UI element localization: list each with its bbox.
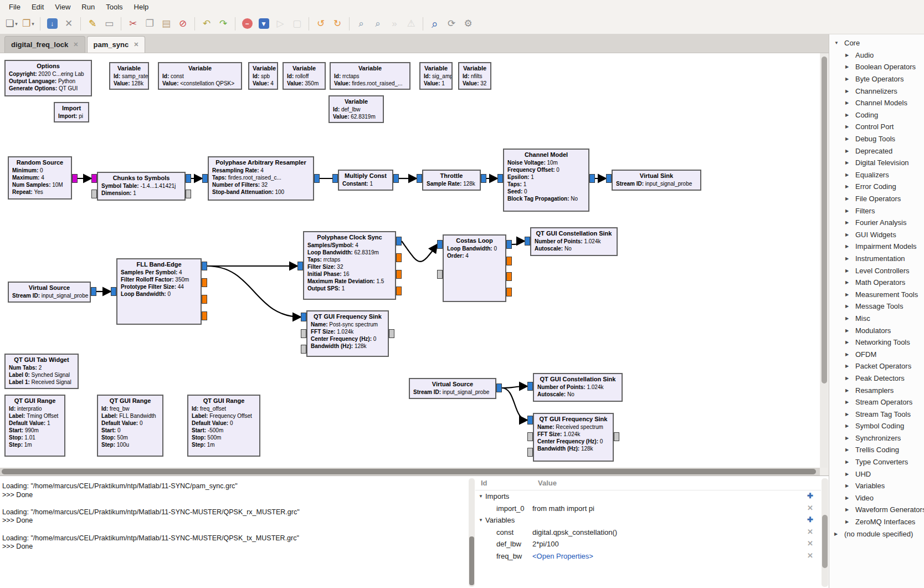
canvas-vertical-scrollbar[interactable]	[820, 53, 828, 468]
block-range_interpratio[interactable]: QT GUI RangeId: interpratioLabel: Tming …	[4, 395, 65, 457]
port-complex[interactable]	[111, 287, 116, 296]
port-complex[interactable]	[314, 174, 320, 183]
chevron-right-icon[interactable]: ▶	[845, 507, 850, 512]
undo-button[interactable]: ↶	[198, 16, 215, 32]
screen-capture-button[interactable]: ▭	[101, 16, 117, 32]
chevron-right-icon[interactable]: ▶	[845, 400, 850, 405]
tree-item-math-operators[interactable]: ▶Math Operators	[829, 277, 924, 289]
menu-edit[interactable]: Edit	[26, 2, 49, 12]
tree-item-video[interactable]: ▶Video	[829, 492, 924, 504]
skip-button[interactable]: »	[386, 16, 403, 32]
remove-icon[interactable]: ✕	[807, 528, 813, 536]
port-msg[interactable]	[91, 190, 97, 198]
wire[interactable]	[207, 266, 301, 317]
tab-pam_sync[interactable]: pam_sync✕	[87, 36, 146, 53]
chevron-right-icon[interactable]: ▶	[845, 436, 850, 441]
port-msg[interactable]	[614, 432, 619, 441]
block-throttle[interactable]: ThrottleSample Rate: 128k	[422, 170, 481, 191]
remove-icon[interactable]: ✕	[807, 504, 813, 512]
port-float[interactable]	[396, 253, 402, 262]
variable-row-def_lbw[interactable]: def_lbw2*pi/100✕	[475, 538, 821, 550]
tree-item-packet-operators[interactable]: ▶Packet Operators	[829, 360, 924, 372]
tree-item-measurement-tools[interactable]: ▶Measurement Tools	[829, 288, 924, 300]
wire[interactable]	[502, 388, 527, 420]
generate-flowgraph-button[interactable]: ▼	[255, 16, 272, 32]
rotate-ccw-button[interactable]: ↺	[312, 16, 329, 32]
chevron-right-icon[interactable]: ▶	[845, 412, 850, 417]
chevron-right-icon[interactable]: ▶	[845, 328, 850, 333]
tree-item-ofdm[interactable]: ▶OFDM	[829, 348, 924, 360]
port-complex[interactable]	[332, 174, 338, 183]
tree-item-resamplers[interactable]: ▶Resamplers	[829, 384, 924, 396]
port-msg[interactable]	[527, 448, 533, 457]
chevron-right-icon[interactable]: ▶	[845, 256, 850, 261]
cut-button[interactable]: ✂	[125, 16, 141, 32]
port-msg[interactable]	[389, 329, 394, 338]
block-multiply_const[interactable]: Multiply ConstConstant: 1	[338, 170, 393, 191]
block-channel_model[interactable]: Channel ModelNoise Voltage: 10mFrequency…	[503, 149, 589, 212]
tree-item-variables[interactable]: ▶Variables	[829, 480, 924, 492]
block-chunks_to_symbols[interactable]: Chunks to SymbolsSymbol Table: -1.4...1.…	[97, 172, 186, 201]
new-flowgraph-button[interactable]: ❏▾	[3, 16, 20, 32]
tree-item-error-coding[interactable]: ▶Error Coding	[829, 181, 924, 193]
dropdown-caret-icon[interactable]: ▾	[32, 21, 34, 27]
chevron-right-icon[interactable]: ▶	[845, 100, 850, 105]
menu-file[interactable]: File	[3, 2, 26, 12]
tree-item-uhd[interactable]: ▶UHD	[829, 468, 924, 480]
tree-item-modulators[interactable]: ▶Modulators	[829, 324, 924, 336]
port-complex[interactable]	[297, 262, 303, 270]
tree-item-deprecated[interactable]: ▶Deprecated	[829, 145, 924, 157]
port-msg[interactable]	[437, 270, 443, 279]
open-flowgraph-button[interactable]: ❐▾	[20, 16, 37, 32]
chevron-right-icon[interactable]: ▶	[845, 244, 850, 249]
reload-blocks-button[interactable]: ⟳	[443, 16, 460, 32]
block-costas_loop[interactable]: Costas LoopLoop Bandwidth: 0Order: 4	[443, 234, 506, 302]
block-var_samp_rate[interactable]: VariableId: samp_rateValue: 128k	[109, 62, 149, 90]
scrollbar-handle[interactable]	[822, 515, 828, 568]
block-import_pi[interactable]: ImportImport: pi	[54, 102, 89, 122]
block-virtual_source_1[interactable]: Virtual SourceStream ID: input_signal_pr…	[8, 282, 91, 303]
tree-item-impairment-models[interactable]: ▶Impairment Models	[829, 241, 924, 253]
block-fll_band_edge[interactable]: FLL Band-EdgeSamples Per Symbol: 4Filter…	[116, 258, 202, 325]
tree-item-type-converters[interactable]: ▶Type Converters	[829, 456, 924, 468]
dropdown-caret-icon[interactable]: ▾	[15, 21, 18, 27]
menu-run[interactable]: Run	[76, 2, 100, 12]
paste-button[interactable]: ▤	[158, 16, 174, 32]
find-block-button[interactable]: ⌕	[427, 16, 443, 32]
chevron-right-icon[interactable]: ▶	[845, 89, 850, 94]
chevron-right-icon[interactable]: ▶	[845, 196, 850, 201]
port-complex[interactable]	[527, 416, 533, 425]
tree-item-message-tools[interactable]: ▶Message Tools	[829, 300, 924, 313]
scrollbar-handle[interactable]	[822, 57, 827, 384]
chevron-right-icon[interactable]: ▶	[845, 268, 850, 273]
port-complex[interactable]	[393, 174, 399, 183]
chevron-right-icon[interactable]: ▶	[845, 53, 850, 58]
chevron-right-icon[interactable]: ▶	[845, 376, 850, 381]
save-button[interactable]: ↓	[44, 16, 60, 32]
tree-item-instrumentation[interactable]: ▶Instrumentation	[829, 253, 924, 265]
block-var_rrctaps[interactable]: VariableId: rrctapsValue: firdes.root_ra…	[330, 62, 410, 90]
remove-icon[interactable]: ✕	[807, 539, 813, 548]
block-options[interactable]: OptionsCopyright: 2020 C...ering LabOutp…	[4, 60, 92, 96]
delete-button[interactable]: ⊘	[174, 16, 191, 32]
menu-help[interactable]: Help	[129, 2, 155, 12]
chevron-right-icon[interactable]: ▶	[845, 232, 850, 237]
variables-section-imports[interactable]: ▼Imports✚	[475, 490, 821, 503]
tree-item-peak-detectors[interactable]: ▶Peak Detectors	[829, 372, 924, 385]
wire[interactable]	[402, 241, 437, 262]
chevron-right-icon[interactable]: ▶	[845, 340, 850, 345]
view-errors-button[interactable]: −	[239, 16, 255, 32]
tree-item-channelizers[interactable]: ▶Channelizers	[829, 85, 924, 97]
tree-item-digital-television[interactable]: ▶Digital Television	[829, 157, 924, 169]
tree-item-misc[interactable]: ▶Misc	[829, 313, 924, 325]
block-polyphase_clock_sync[interactable]: Polyphase Clock SyncSamples/Symbol: 4Loo…	[303, 231, 396, 300]
tree-item-boolean-operators[interactable]: ▶Boolean Operators	[829, 61, 924, 73]
port-byte[interactable]	[91, 174, 97, 183]
chevron-right-icon[interactable]: ▶	[845, 472, 850, 477]
add-icon[interactable]: ✚	[807, 492, 813, 500]
chevron-right-icon[interactable]: ▶	[834, 531, 839, 536]
tree-item-no-module-specified[interactable]: ▶ (no module specified)	[829, 528, 924, 540]
chevron-right-icon[interactable]: ▶	[845, 280, 850, 285]
variable-value[interactable]: <Open Properties>	[532, 552, 593, 560]
port-float[interactable]	[396, 287, 402, 295]
